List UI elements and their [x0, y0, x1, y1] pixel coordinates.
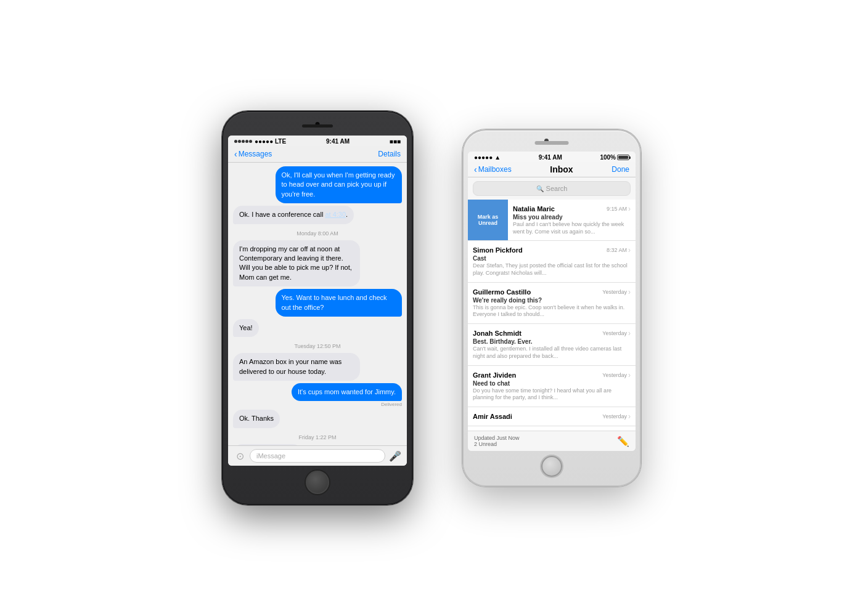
email-preview: Do you have some time tonight? I heard w… — [473, 387, 631, 402]
email-list: Mark asUnread Natalia Maric 9:15 AM › Mi… — [468, 200, 636, 431]
email-time: 8:32 AM › — [607, 246, 631, 254]
email-item[interactable]: Simon Pickford 8:32 AM › Cast Dear Stefa… — [468, 241, 636, 282]
battery-label: ■■■ — [390, 138, 401, 145]
email-subject: Cast — [473, 255, 631, 262]
email-preview: Paul and I can't believe how quickly the… — [513, 221, 631, 235]
email-content: Natalia Maric 9:15 AM › Miss you already… — [508, 200, 636, 240]
email-content: Simon Pickford 8:32 AM › Cast Dear Stefa… — [468, 241, 636, 282]
detail-button[interactable]: Details — [378, 150, 401, 158]
signal-dots — [234, 140, 252, 143]
time-separator: Tuesday 12:50 PM — [233, 343, 402, 349]
received-bubble: Yea! — [233, 319, 259, 337]
compose-icon[interactable]: ✏️ — [617, 436, 629, 447]
email-time: Yesterday › — [602, 288, 631, 296]
signal-area: ●●●●● ▲ — [474, 154, 501, 161]
email-time: 9:15 AM › — [607, 205, 631, 213]
message-link[interactable]: at 4:30 — [325, 211, 346, 218]
received-bubble: I'm dropping my car off at noon at Conte… — [233, 240, 360, 287]
email-chevron-icon: › — [628, 246, 631, 254]
home-button-area — [541, 451, 562, 480]
time-separator: Friday 1:22 PM — [233, 434, 402, 440]
done-button[interactable]: Done — [611, 165, 629, 174]
received-bubble: Ok. I have a conference call at 4:30. — [233, 206, 354, 224]
dot5 — [249, 140, 252, 143]
email-header: Guillermo Castillo Yesterday › — [473, 288, 631, 296]
messages-screen: ●●●●● LTE 9:41 AM ■■■ ‹ Messages Details… — [228, 136, 407, 466]
carrier-label: ●●●●● LTE — [255, 138, 286, 145]
unread-count: 2 Unread — [474, 441, 520, 447]
battery-fill — [618, 156, 628, 159]
email-item[interactable]: Jonah Schmidt Yesterday › Best. Birthday… — [468, 324, 636, 365]
email-content: Amir Assadi Yesterday › — [468, 407, 636, 426]
mail-screen: ●●●●● ▲ 9:41 AM 100% ‹ Mailboxes Inbox — [468, 152, 636, 451]
email-content: Jonah Schmidt Yesterday › Best. Birthday… — [468, 324, 636, 365]
message-item: Ok, I'll call you when I'm getting ready… — [233, 166, 402, 203]
email-header: Simon Pickford 8:32 AM › — [473, 246, 631, 254]
back-chevron-icon: ‹ — [234, 149, 237, 159]
email-sender: Jonah Schmidt — [473, 330, 521, 337]
email-sender: Amir Assadi — [473, 413, 512, 420]
search-input[interactable]: 🔍 Search — [473, 181, 631, 196]
email-time: Yesterday › — [602, 412, 631, 421]
sent-bubble: Ok, I'll call you when I'm getting ready… — [276, 166, 403, 203]
email-preview: Can't wait, gentlemen. I installed all t… — [473, 346, 631, 360]
dot3 — [242, 140, 245, 143]
wifi-icon: ▲ — [494, 154, 501, 161]
email-item[interactable]: Amir Assadi Yesterday › — [468, 407, 636, 426]
email-subject: Need to chat — [473, 380, 631, 387]
swipe-action-mark-unread[interactable]: Mark asUnread — [468, 200, 508, 240]
status-bar: ●●●●● ▲ 9:41 AM 100% — [468, 152, 636, 162]
signal-label: ●●●●● — [474, 154, 493, 161]
email-chevron-icon: › — [628, 412, 631, 421]
email-header: Grant Jividen Yesterday › — [473, 371, 631, 379]
sent-bubble: Yes. Want to have lunch and check out th… — [276, 289, 403, 317]
status-bar: ●●●●● LTE 9:41 AM ■■■ — [228, 136, 407, 146]
microphone-icon[interactable]: 🎤 — [388, 449, 402, 463]
email-chevron-icon: › — [628, 371, 631, 379]
time-label: 9:41 AM — [539, 154, 562, 161]
footer-info: Updated Just Now 2 Unread — [474, 435, 520, 447]
search-icon: 🔍 — [536, 185, 544, 192]
message-item: Ok. I have a conference call at 4:30. — [233, 206, 402, 224]
email-content: Guillermo Castillo Yesterday › We're rea… — [468, 283, 636, 323]
home-button[interactable] — [541, 456, 562, 477]
message-item: It's cups mom wanted for Jimmy. Delivere… — [233, 383, 402, 407]
inbox-title: Inbox — [550, 164, 573, 174]
email-sender: Natalia Maric — [513, 205, 555, 213]
mail-footer: Updated Just Now 2 Unread ✏️ — [468, 431, 636, 451]
back-button[interactable]: ‹ Messages — [234, 149, 272, 159]
email-subject: We're really doing this? — [473, 297, 631, 304]
imessage-input[interactable]: iMessage — [250, 449, 385, 463]
email-item[interactable]: Mark asUnread Natalia Maric 9:15 AM › Mi… — [468, 200, 636, 241]
message-item: Yea! — [233, 319, 402, 337]
camera-icon[interactable]: ⊙ — [233, 449, 247, 463]
message-item: Ok. Thanks — [233, 410, 402, 428]
battery-bar-icon — [617, 155, 629, 160]
email-item[interactable]: Grant Jividen Yesterday › Need to chat D… — [468, 366, 636, 407]
time-separator: Monday 8:00 AM — [233, 230, 402, 237]
home-button[interactable] — [306, 471, 329, 494]
sent-bubble: It's cups mom wanted for Jimmy. — [292, 383, 402, 401]
email-sender: Grant Jividen — [473, 371, 516, 379]
signal-area: ●●●●● LTE — [234, 138, 286, 145]
dark-iphone: ●●●●● LTE 9:41 AM ■■■ ‹ Messages Details… — [222, 111, 413, 505]
nav-bar: ‹ Mailboxes Inbox Done — [468, 162, 636, 177]
search-bar: 🔍 Search — [468, 177, 636, 200]
email-preview: This is gonna be epic. Coop won't believ… — [473, 304, 631, 318]
back-label: Mailboxes — [478, 165, 512, 174]
back-chevron-icon: ‹ — [474, 164, 477, 174]
dot4 — [245, 140, 248, 143]
email-chevron-icon: › — [628, 329, 631, 338]
earpiece — [302, 124, 333, 128]
email-sender: Guillermo Castillo — [473, 288, 531, 296]
email-header: Natalia Maric 9:15 AM › — [513, 205, 631, 213]
message-item: An Amazon box in your name was delivered… — [233, 353, 402, 381]
email-subject: Best. Birthday. Ever. — [473, 338, 631, 345]
dot2 — [238, 140, 241, 143]
received-bubble: An Amazon box in your name was delivered… — [233, 353, 360, 381]
back-button[interactable]: ‹ Mailboxes — [474, 164, 512, 174]
email-header: Amir Assadi Yesterday › — [473, 412, 631, 421]
email-item[interactable]: Guillermo Castillo Yesterday › We're rea… — [468, 283, 636, 324]
light-iphone: ●●●●● ▲ 9:41 AM 100% ‹ Mailboxes Inbox — [462, 129, 641, 487]
email-time: Yesterday › — [602, 371, 631, 379]
